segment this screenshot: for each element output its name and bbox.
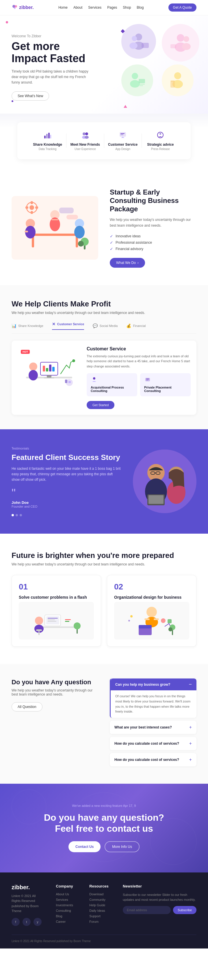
svg-point-14 (130, 80, 140, 88)
get-started-button[interactable]: Get Started (87, 401, 114, 409)
startup-cta-button[interactable]: What We Do › (110, 258, 145, 268)
faq-question-row-1[interactable]: What are your best interest cases? + (114, 725, 192, 730)
svg-point-67 (29, 370, 38, 380)
share-icon: 📊 (11, 323, 16, 328)
nav-blog[interactable]: Blog (137, 5, 144, 10)
svg-rect-52 (35, 207, 38, 209)
feature-icon-0 (29, 131, 66, 141)
svg-point-35 (159, 133, 161, 135)
footer-newsletter-title: Newsletter (123, 884, 197, 888)
svg-point-10 (183, 36, 189, 42)
hero-cta-button[interactable]: See What's New (11, 91, 49, 100)
consult-card-1: Acquisitional Process Consulting (87, 373, 137, 396)
x-icon: ✕ (52, 322, 56, 326)
svg-point-66 (29, 363, 37, 371)
dot-2[interactable] (16, 514, 18, 516)
feature-item-2: Customer Service App Design (104, 131, 141, 151)
svg-rect-62 (43, 366, 45, 371)
card-img-2 (114, 602, 189, 640)
service-title: Customer Service (87, 346, 191, 352)
newsletter-subscribe-button[interactable]: Subscribe (173, 906, 197, 914)
cta-more-info-button[interactable]: More Info Us (105, 841, 140, 852)
svg-rect-31 (121, 133, 124, 134)
consult-icon-1 (91, 376, 133, 384)
svg-rect-51 (25, 207, 28, 209)
faq-question-row-3[interactable]: How do you calculate cost of services? + (114, 757, 192, 762)
footer-link-career[interactable]: Career (56, 920, 78, 923)
footer-link-blog[interactable]: Blog (56, 915, 78, 918)
consult-icon-2 (144, 376, 187, 384)
footer-link-support[interactable]: Support (89, 915, 111, 918)
social-facebook[interactable]: f (11, 918, 20, 926)
footer-link-consulting[interactable]: Consulting (56, 909, 78, 912)
footer-link-forum[interactable]: Forum (89, 920, 111, 923)
nav-cta-button[interactable]: Get A Quote (168, 3, 197, 11)
features-bar: Share Knowledge Data Tracking Meet New F… (17, 122, 191, 159)
footer-link-investments[interactable]: Investments (56, 904, 78, 907)
svg-point-100 (146, 607, 157, 617)
testimonial-section: Testimonials Featured Client Success Sto… (0, 429, 208, 534)
nav-about[interactable]: About (73, 5, 83, 10)
faq-item-2: How do you calculate cost of services? + (110, 737, 197, 750)
cta-notice: We've added a new exciting feature Apr 1… (11, 804, 197, 807)
svg-rect-97 (65, 621, 69, 622)
hero-title-line2: Impact Fasted (11, 52, 86, 64)
footer-link-help[interactable]: Help Guide (89, 904, 111, 907)
faq-question-row-2[interactable]: How do you calculate cost of services? + (114, 741, 192, 746)
footer-link-download[interactable]: Download (89, 892, 111, 896)
logo-icon (11, 4, 19, 11)
footer-link-daily[interactable]: Daily Ideas (89, 909, 111, 912)
feature-title-2: Customer Service (104, 143, 141, 146)
all-questions-button[interactable]: All Question (11, 702, 43, 711)
tab-financial[interactable]: 💰 Financial (126, 322, 146, 330)
feature-sub-3: Press Release (142, 148, 179, 151)
cta-buttons: Contact Us More Info Us (11, 841, 197, 852)
nav-home[interactable]: Home (58, 5, 68, 10)
social-twitter[interactable]: t (22, 918, 31, 926)
nav-pages[interactable]: Pages (107, 5, 117, 10)
feature-icon-3 (142, 131, 179, 141)
svg-point-13 (132, 73, 138, 79)
nav-services[interactable]: Services (88, 5, 102, 10)
tab-share-knowledge[interactable]: 📊 Share Knowledge (11, 322, 43, 330)
check-icon-1: ✓ (110, 240, 113, 245)
svg-rect-83 (148, 495, 164, 504)
svg-point-112 (168, 627, 173, 632)
svg-point-109 (128, 620, 130, 622)
feature-sub-0: Data Tracking (29, 148, 66, 151)
clients-illustration: HOT (17, 346, 81, 393)
startup-list-item-2: ✓ Financial advisory (110, 246, 197, 252)
nav-shop[interactable]: Shop (123, 5, 131, 10)
footer-link-about[interactable]: About Us (56, 892, 78, 896)
faq-question-0: Can you help my business grow? (115, 682, 170, 687)
clients-content: HOT (11, 340, 197, 415)
hero-subtitle: Timely took old Phil baking takes a chil… (11, 69, 92, 86)
svg-point-11 (182, 43, 191, 50)
tab-customer-service[interactable]: ✕ Customer Service (52, 322, 84, 330)
testimonial-left: Testimonials Featured Client Success Sto… (11, 447, 121, 517)
feature-title-1: Meet New Friends (67, 143, 104, 146)
cta-contact-button[interactable]: Contact Us (68, 841, 100, 852)
faq-item-header-0[interactable]: Can you help my business grow? − (111, 678, 197, 690)
svg-rect-44 (51, 219, 58, 220)
dot-3[interactable] (20, 514, 22, 516)
tab-social-media[interactable]: 💬 Social Media (93, 322, 117, 330)
footer-bottom: Linkre © 2021 All Rights Reserved publis… (11, 935, 197, 943)
navbar: zibber. Home About Services Pages Shop B… (0, 0, 208, 15)
clients-title: We Help Clients Make Profit (11, 299, 197, 309)
dot-1[interactable] (11, 514, 14, 516)
consult-card-title-1: Acquisitional Process Consulting (91, 386, 133, 393)
svg-rect-32 (121, 134, 123, 135)
svg-point-27 (85, 132, 88, 135)
svg-point-18 (174, 72, 181, 79)
svg-rect-74 (146, 379, 149, 379)
footer-link-community[interactable]: Community (89, 898, 111, 901)
newsletter-email-input[interactable] (123, 906, 171, 914)
svg-rect-107 (168, 619, 171, 623)
financial-icon: 💰 (126, 323, 131, 328)
svg-point-68 (72, 360, 75, 362)
social-youtube[interactable]: y (33, 918, 41, 926)
svg-rect-88 (46, 616, 59, 624)
svg-rect-90 (48, 619, 55, 620)
footer-link-services[interactable]: Services (56, 898, 78, 901)
